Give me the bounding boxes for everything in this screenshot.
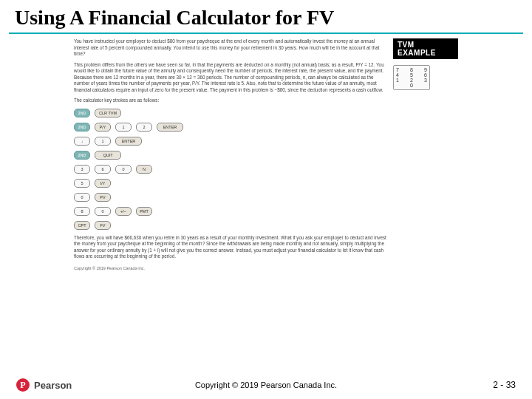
calculator-key: 0 [95,207,111,216]
calculator-key: 2ND [74,151,90,160]
calculator-key: N [136,165,152,174]
keystroke-row: 2NDP/Y12ENTER [74,123,389,132]
calculator-key: ENTER [157,123,183,132]
calculator-key: 2 [136,123,152,132]
keystroke-row: 2NDCLR TVM [74,109,389,117]
slide-footer: P Pearson Copyright © 2019 Pearson Canad… [0,378,532,392]
keypad-key: 8 [410,67,413,72]
keypad-key: 1 [396,78,399,83]
keypad-key: 9 [424,67,427,72]
calculator-key: +/− [115,207,132,216]
calculator-key: I/Y [95,179,111,188]
brand-block: P Pearson [16,378,72,392]
brand-name: Pearson [34,380,72,391]
keypad-key: 2 [410,78,413,83]
keystroke-row: 2NDQUIT [74,151,389,160]
figure-source-line: Copyright © 2019 Pearson Canada Inc. [74,266,389,271]
result-paragraph: Therefore, you will have $66,630 when yo… [74,235,389,260]
title-underline [9,33,523,34]
calculator-key: 3 [74,165,90,174]
keypad-key: 7 [396,67,399,72]
calculator-key: 0 [74,193,90,202]
calculator-key: 2ND [74,109,90,117]
keypad-key: 3 [424,78,427,83]
calculator-key: 0 [115,165,132,174]
problem-paragraph-2: This problem differs from the others we … [74,62,389,94]
calculator-key: P/Y [95,123,111,132]
keystroke-row: 80+/−PMT [74,207,389,216]
calculator-key: 1 [95,137,111,146]
keypad-key: 4 [396,72,399,78]
calculator-key: ENTER [115,137,142,146]
calculator-key: CLR TVM [95,109,121,117]
calculator-key: 1 [115,123,132,132]
figure-container: You have instructed your employer to ded… [74,38,458,271]
pearson-logo-icon: P [16,378,30,392]
keypad-zero: 0 [395,83,428,88]
calculator-key: ↓ [74,137,90,146]
keypad-row-3: 1 2 3 [395,78,428,83]
page-number: 2 - 33 [493,380,516,390]
calculator-key: CPT [74,221,90,230]
calculator-key: 8 [74,207,90,216]
slide-title: Using A Financial Calculator for FV [0,0,532,30]
keystroke-row: 360N [74,165,389,174]
problem-paragraph-1: You have instructed your employer to ded… [74,38,389,58]
keypad-row-2: 4 5 6 [395,72,428,78]
keystroke-rows: 2NDCLR TVM2NDP/Y12ENTER↓1ENTER2NDQUIT360… [74,109,389,230]
tvm-example-badge: TVM EXAMPLE [393,38,458,59]
keystroke-row: 0PV [74,193,389,202]
keypad-row-1: 7 8 9 [395,67,428,72]
calculator-key: FV [95,221,111,230]
calculator-key: QUIT [95,151,121,160]
keypad-key: 5 [410,72,413,78]
calculator-key: 6 [95,165,111,174]
keystroke-row: CPTFV [74,221,389,230]
calculator-keypad: 7 8 9 4 5 6 1 2 3 0 [393,65,430,90]
calculator-key: PV [95,193,111,202]
figure-sidebar: TVM EXAMPLE 7 8 9 4 5 6 1 2 3 0 [393,38,458,271]
calculator-key: 5 [74,179,90,188]
keystroke-intro: The calculator key strokes are as follow… [74,98,389,104]
figure-main-column: You have instructed your employer to ded… [74,38,389,271]
keystroke-row: ↓1ENTER [74,137,389,146]
keypad-key: 6 [424,72,427,78]
calculator-key: 2ND [74,123,90,132]
calculator-key: PMT [136,207,152,216]
copyright-text: Copyright © 2019 Pearson Canada Inc. [195,381,337,389]
keystroke-row: 5I/Y [74,179,389,188]
